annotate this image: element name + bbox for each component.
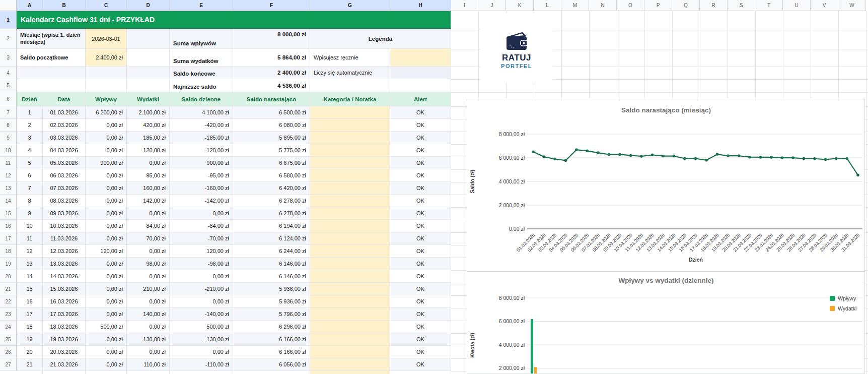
column-header-A[interactable]: A bbox=[17, 0, 43, 11]
cell-wydatki[interactable]: 140,00 zł bbox=[127, 308, 170, 321]
cell-alert[interactable]: OK bbox=[390, 258, 451, 270]
row-header-18[interactable]: 18 bbox=[0, 245, 17, 258]
row-header-7[interactable]: 7 bbox=[0, 106, 17, 119]
sheet-title-cell[interactable]: Kalendarz Cashflow 31 dni - PRZYKŁAD bbox=[17, 11, 451, 29]
column-header-K[interactable]: K bbox=[506, 0, 534, 11]
column-header-L[interactable]: L bbox=[534, 0, 561, 11]
cell-alert[interactable]: OK bbox=[390, 169, 451, 182]
cell-data[interactable]: 02.03.2026 bbox=[43, 119, 86, 132]
row-header-17[interactable]: 17 bbox=[0, 232, 17, 245]
cell-data[interactable]: 21.03.2026 bbox=[43, 358, 86, 371]
cell-wplywy[interactable]: 0,00 zł bbox=[86, 258, 127, 270]
row-header-10[interactable]: 10 bbox=[0, 144, 17, 157]
summary-value-suma-wydatkow[interactable]: 5 864,00 zł bbox=[233, 49, 310, 67]
cell-alert[interactable]: OK bbox=[390, 106, 451, 119]
row-header-15[interactable]: 15 bbox=[0, 207, 17, 220]
row-header-8[interactable]: 8 bbox=[0, 119, 17, 132]
cell-saldo-narastajaco[interactable]: 6 056,00 zł bbox=[233, 358, 310, 371]
cell-wplywy[interactable]: 0,00 zł bbox=[86, 182, 127, 195]
cell-kategoria-notatka[interactable] bbox=[310, 195, 390, 207]
row-header-21[interactable]: 21 bbox=[0, 283, 17, 295]
cell-wydatki[interactable]: 110,00 zł bbox=[127, 358, 170, 371]
cell-saldo-narastajaco[interactable]: 6 194,00 zł bbox=[233, 220, 310, 232]
cell-wplywy[interactable]: 900,00 zł bbox=[86, 157, 127, 169]
cell-saldo-narastajaco[interactable]: 5 936,00 zł bbox=[233, 295, 310, 308]
cell-wydatki[interactable]: 185,00 zł bbox=[127, 132, 170, 144]
cell-dzien[interactable]: 18 bbox=[17, 321, 43, 333]
table-header-kategoria-notatka[interactable]: Kategoria / Notatka bbox=[310, 92, 390, 106]
column-header-I[interactable]: I bbox=[451, 0, 478, 11]
cell-wydatki[interactable]: 0,00 zł bbox=[127, 295, 170, 308]
row-header-1[interactable]: 1 bbox=[0, 11, 17, 29]
cell-dzien[interactable]: 2 bbox=[17, 119, 43, 132]
row-header-2[interactable]: 2 bbox=[0, 29, 17, 49]
summary-label-najnizsze-saldo[interactable]: Najniższe saldo bbox=[170, 79, 233, 92]
row-header-26[interactable]: 26 bbox=[0, 346, 17, 358]
cell-kategoria-notatka[interactable] bbox=[310, 308, 390, 321]
cell-kategoria-notatka[interactable] bbox=[310, 157, 390, 169]
cell-wydatki[interactable]: 84,00 zł bbox=[127, 220, 170, 232]
legend-swatch-manual[interactable] bbox=[390, 49, 451, 67]
cell-wplywy[interactable]: 500,00 zł bbox=[86, 321, 127, 333]
row-header-24[interactable]: 24 bbox=[0, 321, 17, 333]
cell-alert[interactable]: OK bbox=[390, 283, 451, 295]
cell-alert[interactable]: OK bbox=[390, 308, 451, 321]
row-header-4[interactable]: 4 bbox=[0, 67, 17, 79]
cell-wplywy[interactable]: 0,00 zł bbox=[86, 346, 127, 358]
cell-dzien[interactable]: 20 bbox=[17, 346, 43, 358]
cell-alert[interactable]: OK bbox=[390, 220, 451, 232]
cell-data[interactable]: 07.03.2026 bbox=[43, 182, 86, 195]
cell-wplywy[interactable]: 0,00 zł bbox=[86, 220, 127, 232]
cell-wydatki[interactable]: 0,00 zł bbox=[127, 207, 170, 220]
cell-dzien[interactable]: 8 bbox=[17, 195, 43, 207]
cell-wydatki[interactable]: 210,00 zł bbox=[127, 283, 170, 295]
cell-saldo-narastajaco[interactable]: 6 146,00 zł bbox=[233, 258, 310, 270]
summary-value-saldo-koncowe[interactable]: 2 400,00 zł bbox=[233, 67, 310, 79]
empty-cell[interactable] bbox=[127, 371, 170, 374]
opening-label-cell[interactable]: Saldo początkowe bbox=[17, 49, 86, 67]
cell-alert[interactable]: OK bbox=[390, 195, 451, 207]
cell-saldo-dzienne[interactable]: -120,00 zł bbox=[170, 144, 233, 157]
cell-dzien[interactable]: 12 bbox=[17, 245, 43, 258]
cell-saldo-narastajaco[interactable]: 6 124,00 zł bbox=[233, 232, 310, 245]
row-header-3[interactable]: 3 bbox=[0, 49, 17, 67]
summary-value-suma-wplywow[interactable]: 8 000,00 zł bbox=[233, 29, 310, 49]
cell-saldo-narastajaco[interactable]: 6 420,00 zł bbox=[233, 182, 310, 195]
cell-dzien[interactable]: 13 bbox=[17, 258, 43, 270]
cell-saldo-dzienne[interactable]: -140,00 zł bbox=[170, 308, 233, 321]
cell-kategoria-notatka[interactable] bbox=[310, 169, 390, 182]
cell-wplywy[interactable]: 0,00 zł bbox=[86, 207, 127, 220]
empty-cell[interactable] bbox=[310, 371, 390, 374]
cell-saldo-narastajaco[interactable]: 6 166,00 zł bbox=[233, 333, 310, 346]
cell-kategoria-notatka[interactable] bbox=[310, 207, 390, 220]
row-header-25[interactable]: 25 bbox=[0, 333, 17, 346]
cell-saldo-dzienne[interactable]: -95,00 zł bbox=[170, 169, 233, 182]
bar-chart-wplywy-vs-wydatki[interactable]: 8 000,00 zł6 000,00 zł4 000,00 zł2 000,0… bbox=[467, 272, 865, 374]
legend-title-cell[interactable]: Legenda bbox=[310, 29, 451, 49]
cell-dzien[interactable]: 11 bbox=[17, 232, 43, 245]
cell-wplywy[interactable]: 0,00 zł bbox=[86, 283, 127, 295]
cell-dzien[interactable]: 10 bbox=[17, 220, 43, 232]
empty-cell[interactable] bbox=[43, 371, 86, 374]
line-chart-saldo-narastajaco[interactable]: 8 000,00 zł6 000,00 zł4 000,00 zł2 000,0… bbox=[467, 99, 865, 272]
row-header-9[interactable]: 9 bbox=[0, 132, 17, 144]
cell-alert[interactable]: OK bbox=[390, 207, 451, 220]
column-header-P[interactable]: P bbox=[644, 0, 672, 11]
cell-wplywy[interactable]: 120,00 zł bbox=[86, 245, 127, 258]
cell-kategoria-notatka[interactable] bbox=[310, 119, 390, 132]
cell-kategoria-notatka[interactable] bbox=[310, 258, 390, 270]
cell-saldo-narastajaco[interactable]: 6 500,00 zł bbox=[233, 106, 310, 119]
cell-wplywy[interactable]: 0,00 zł bbox=[86, 295, 127, 308]
cell-alert[interactable]: OK bbox=[390, 245, 451, 258]
cell-alert[interactable]: OK bbox=[390, 182, 451, 195]
cell-wplywy[interactable]: 0,00 zł bbox=[86, 195, 127, 207]
cell-alert[interactable]: OK bbox=[390, 333, 451, 346]
column-header-F[interactable]: F bbox=[233, 0, 310, 11]
cell-saldo-narastajaco[interactable]: 5 796,00 zł bbox=[233, 308, 310, 321]
cell-alert[interactable]: OK bbox=[390, 270, 451, 283]
empty-cell[interactable] bbox=[86, 371, 127, 374]
row-header-11[interactable]: 11 bbox=[0, 157, 17, 169]
column-header-S[interactable]: S bbox=[728, 0, 755, 11]
cell-wplywy[interactable]: 0,00 zł bbox=[86, 169, 127, 182]
cell-wydatki[interactable]: 142,00 zł bbox=[127, 195, 170, 207]
